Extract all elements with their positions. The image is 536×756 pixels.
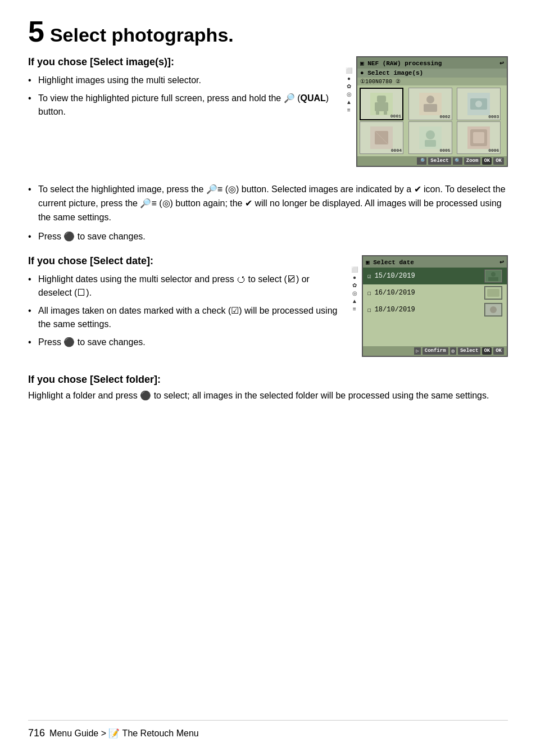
footer-zoom-icon: 🔍 (453, 157, 462, 165)
footer-btn-select2: Select (458, 347, 480, 355)
step-label: Select photographs. (50, 24, 234, 46)
date-thumb-3 (484, 303, 502, 316)
sidebar-icon-2: ● (347, 75, 351, 82)
footer-ok-icon2: OK (482, 347, 492, 355)
footer-btn-zoom: Zoom (464, 157, 481, 165)
lcd-image-0002: 0002 (408, 88, 452, 120)
date-sidebar-icon-2: ● (353, 274, 356, 280)
date-text-1: 15/10/2019 (375, 272, 415, 280)
thumb-svg-1 (370, 93, 393, 115)
date-sidebar-icon-5: ▲ (352, 298, 357, 304)
svg-rect-16 (425, 140, 436, 147)
lcd-date-row-1: ☑ 15/10/2019 (363, 268, 507, 284)
lcd-images-screen: ▣ NEF (RAW) processing ↩ ● Select image(… (356, 56, 508, 167)
lcd-dates-empty (363, 318, 507, 346)
svg-point-10 (475, 101, 482, 107)
thumb-svg-5 (419, 126, 442, 149)
footer-btn-confirm: Confirm (423, 347, 448, 355)
thumb-svg-4 (370, 126, 393, 149)
lcd-images-footer: 🔎 Select 🔍 Zoom OK OK (357, 156, 507, 166)
svg-rect-19 (473, 132, 484, 143)
sidebar-icon-3: ✿ (347, 83, 351, 89)
img-num-2: 0002 (439, 114, 450, 119)
bullet-4: Press ⚫ to save changes. (28, 230, 508, 244)
svg-rect-7 (424, 104, 437, 112)
date-bullet-1: Highlight dates using the multi selector… (28, 273, 338, 300)
date-thumb-1 (484, 269, 502, 283)
select-date-layout: If you chose [Select date]: Highlight da… (28, 255, 508, 363)
select-date-bullets: Highlight dates using the multi selector… (28, 273, 338, 349)
lcd-images-wrapper: ⬜ ● ✿ ◎ ▲ ≡ ▣ NEF (RAW) processing ↩ ● S… (344, 56, 508, 167)
select-folder-body: Highlight a folder and press ⚫ to select… (28, 389, 508, 403)
bullet-2: To view the highlighted picture full scr… (28, 92, 333, 119)
footer-qual-icon: 🔎 (417, 157, 426, 165)
svg-point-26 (490, 306, 497, 313)
footer-btn-ok: OK (493, 157, 504, 165)
date-bullet-2: All images taken on dates marked with a … (28, 304, 338, 331)
svg-rect-4 (384, 111, 387, 115)
lcd-date-row-2: ☐ 16/10/2019 (363, 284, 507, 301)
select-folder-title: If you chose [Select folder]: (28, 374, 508, 386)
select-date-title: If you chose [Select date]: (28, 255, 338, 267)
lcd-folder-row: ①100N0780 ② (357, 78, 507, 85)
lcd-dates-screen: ▣ Select date ↩ ☑ 15/10/2019 ☐ 16/10/201… (362, 255, 508, 357)
lcd-dates-footer: ▷ Confirm ◎ Select OK OK (363, 346, 507, 356)
img-num-5: 0005 (439, 148, 450, 153)
page-number: 716 (28, 727, 45, 739)
svg-rect-24 (487, 289, 499, 297)
select-images-section: If you chose [Select image(s)]: Highligh… (28, 56, 508, 173)
lcd-images-subheader: ● Select image(s) (357, 69, 507, 78)
lcd-image-0005: 0005 (408, 121, 452, 154)
select-date-text: If you chose [Select date]: Highlight da… (28, 255, 338, 363)
footer-confirm-icon: ▷ (414, 347, 420, 355)
lcd-dates-header-text: ▣ Select date (366, 259, 414, 266)
thumb-svg-2 (419, 93, 442, 115)
lcd-image-0003: 0003 (457, 88, 501, 120)
page-content: 5 Select photographs. If you chose [Sele… (28, 17, 508, 403)
date-sidebar-icon-6: ≡ (353, 306, 356, 312)
step-title-row: 5 Select photographs. (28, 17, 508, 46)
lcd-date-row-3: ☐ 18/10/2019 (363, 301, 507, 318)
lcd-dates-wrapper: ⬜ ● ✿ ◎ ▲ ≡ ▣ Select date ↩ ☑ 15/10/2019 (349, 255, 508, 357)
date-sidebar-icon-1: ⬜ (351, 266, 358, 273)
img-num-4: 0004 (391, 148, 402, 153)
lcd-images-grid: 0001 0002 (357, 85, 507, 156)
bullet-3: To select the highlighted image, press t… (28, 183, 508, 224)
date-text-3: 18/10/2019 (375, 306, 415, 314)
footer-btn-ok2: OK (493, 347, 504, 355)
footer-btn-select: Select (428, 157, 451, 165)
svg-rect-3 (376, 111, 379, 115)
img-num-1: 0001 (390, 114, 401, 119)
checkbox-3: ☐ (367, 306, 371, 314)
date-sidebar-icon-4: ◎ (352, 290, 357, 296)
lcd-images-header: ▣ NEF (RAW) processing ↩ (357, 57, 507, 69)
svg-point-6 (426, 96, 434, 103)
img-num-3: 0003 (488, 114, 499, 119)
date-thumb-svg-3 (485, 304, 501, 315)
lcd-sidebar-icons: ⬜ ● ✿ ◎ ▲ ≡ (344, 56, 354, 167)
lcd-image-0006: 0006 (457, 121, 501, 154)
date-text-2: 16/10/2019 (375, 289, 415, 297)
select-images-text: If you chose [Select image(s)]: Highligh… (28, 56, 333, 173)
lcd-back-arrow: ↩ (499, 58, 504, 67)
sidebar-icon-4: ◎ (347, 91, 352, 97)
footer-ok-icon: OK (482, 157, 492, 165)
page-footer: 716 Menu Guide > 📝 The Retouch Menu (28, 720, 508, 739)
lcd-image-0001: 0001 (360, 88, 403, 120)
footer-text: Menu Guide > 📝 The Retouch Menu (49, 728, 199, 739)
checkbox-1: ☑ (367, 273, 371, 280)
thumb-svg-3 (467, 93, 490, 115)
svg-rect-2 (375, 102, 388, 111)
svg-rect-1 (377, 96, 386, 102)
sidebar-icon-6: ≡ (347, 107, 351, 113)
svg-rect-22 (488, 277, 498, 281)
date-sidebar-icon-3: ✿ (352, 282, 357, 288)
select-folder-section: If you chose [Select folder]: Highlight … (28, 374, 508, 403)
thumb-svg-6 (467, 126, 490, 149)
sidebar-icon-1: ⬜ (346, 67, 352, 74)
lcd-images-header-text: ▣ NEF (RAW) processing (360, 60, 442, 67)
bullet-1: Highlight images using the multi selecto… (28, 74, 333, 87)
svg-point-21 (491, 272, 496, 277)
select-date-section: If you chose [Select date]: Highlight da… (28, 255, 508, 363)
checkbox-2: ☐ (367, 289, 371, 297)
